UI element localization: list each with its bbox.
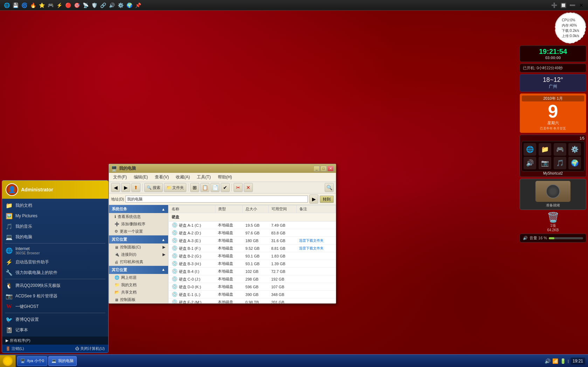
folders-btn[interactable]: 📁 文件夹 bbox=[164, 183, 186, 192]
top-right-icon-1[interactable]: ➕ bbox=[550, 1, 558, 9]
more-places-header[interactable]: 其它位置 ▲ bbox=[109, 266, 168, 274]
sidebar-control-panel2[interactable]: 🖥 控制面板 bbox=[109, 296, 168, 303]
table-row[interactable]: 💿硬盘 B-2 (G:) 本地磁盘 93.1 GB 1.83 GB bbox=[169, 252, 336, 260]
menu-help[interactable]: 帮助(H) bbox=[216, 174, 234, 181]
shutdown-btn[interactable]: ⏻ 关闭计算机(U) bbox=[75, 346, 105, 351]
menu-item-saibo[interactable]: 🐦 赛博QQ设置 bbox=[2, 314, 108, 325]
top-icon-12[interactable]: 🔗 bbox=[99, 1, 107, 9]
table-row[interactable]: 💿硬盘 B-1 (F:) 本地磁盘 9.52 GB 8.81 GB 迅雷下载文件… bbox=[169, 245, 336, 252]
top-icon-16[interactable]: 📌 bbox=[134, 1, 142, 9]
top-icon-6[interactable]: 🎮 bbox=[47, 1, 54, 9]
menu-item-mydocs[interactable]: 📁 我的文档 bbox=[2, 200, 108, 211]
table-row[interactable]: 💿硬盘 D-0 (K:) 本地磁盘 596 GB 107 GB bbox=[169, 283, 336, 291]
shortcut-8[interactable]: 🌍 bbox=[568, 157, 581, 169]
go-button[interactable]: 转到 bbox=[320, 196, 334, 203]
shortcut-2[interactable]: 📁 bbox=[539, 143, 551, 156]
top-icon-2[interactable]: 💾 bbox=[12, 1, 19, 9]
address-arrow-btn[interactable]: ▶ bbox=[309, 195, 318, 204]
taskbar-item-mycomputer[interactable]: 💻 我的电脑 bbox=[48, 356, 77, 366]
explorer-minimize-btn[interactable]: _ bbox=[313, 166, 320, 171]
top-icon-10[interactable]: 📡 bbox=[82, 1, 89, 9]
explorer-maximize-btn[interactable]: □ bbox=[320, 166, 327, 171]
col-name[interactable]: 名称 bbox=[169, 205, 215, 213]
address-input[interactable] bbox=[125, 196, 308, 203]
top-icon-13[interactable]: 🔊 bbox=[108, 1, 116, 9]
shortcut-4[interactable]: ⚙️ bbox=[568, 143, 581, 156]
table-row[interactable]: 💿硬盘 B-4 (I:) 本地磁盘 102 GB 72.7 GB bbox=[169, 268, 336, 275]
menu-item-uninstall[interactable]: 🔧 强力卸载电脑上的软件 bbox=[2, 267, 108, 278]
menu-tools[interactable]: 工具(T) bbox=[195, 174, 212, 181]
forward-btn[interactable]: ▶ bbox=[121, 183, 130, 192]
logoff-btn[interactable]: 🚪 注销(L) bbox=[6, 346, 24, 351]
delete-btn[interactable]: ✕ bbox=[244, 183, 253, 192]
explorer-close-btn[interactable]: ✕ bbox=[327, 166, 334, 171]
top-icon-14[interactable]: ⚙️ bbox=[117, 1, 124, 9]
sidebar-connect-to[interactable]: 🔌 连接到(I) ▶ bbox=[109, 251, 168, 258]
view-btn[interactable]: ⊞ bbox=[190, 183, 199, 192]
shortcut-5[interactable]: 🔊 bbox=[524, 157, 536, 169]
top-icon-9[interactable]: 🎯 bbox=[73, 1, 81, 9]
menu-favorites[interactable]: 收藏(A) bbox=[174, 174, 191, 181]
check-btn[interactable]: ✔ bbox=[221, 183, 230, 192]
sidebar-add-remove[interactable]: ➕ 添加/删除程序 bbox=[109, 220, 168, 228]
shortcut-6[interactable]: 📷 bbox=[539, 157, 551, 169]
top-icon-11[interactable]: 🛡️ bbox=[90, 1, 98, 9]
tray-icon-3[interactable]: 🔋 bbox=[560, 358, 566, 364]
shortcut-1[interactable]: 🌐 bbox=[524, 143, 536, 156]
sidebar-shared-docs[interactable]: 📂 共享文档 bbox=[109, 289, 168, 296]
col-type[interactable]: 类型 bbox=[215, 205, 242, 213]
search-btn[interactable]: 🔍 搜索 bbox=[144, 183, 163, 192]
menu-edit[interactable]: 编辑(E) bbox=[132, 174, 149, 181]
top-right-icon-3[interactable]: ➖ bbox=[568, 1, 576, 9]
top-icon-3[interactable]: 🌀 bbox=[20, 1, 28, 9]
col-total[interactable]: 总大小 bbox=[243, 205, 269, 213]
table-row[interactable]: 💿硬盘 C-0 (J:) 本地磁盘 298 GB 192 GB bbox=[169, 275, 336, 283]
menu-view[interactable]: 查看(V) bbox=[153, 174, 170, 181]
menu-item-acdsee[interactable]: 📷 ACDSee 9 相片管理器 bbox=[2, 291, 108, 301]
menu-item-xunlei[interactable]: ⚡ 启动迅雷软件助手 bbox=[2, 257, 108, 267]
search-icon-right[interactable]: 🔍 bbox=[325, 183, 334, 192]
all-programs-btn[interactable]: ▶ 所有程序(P) bbox=[6, 338, 30, 343]
copy-btn[interactable]: 📋 bbox=[200, 183, 209, 192]
start-button[interactable] bbox=[0, 355, 16, 367]
top-icon-5[interactable]: ⭐ bbox=[38, 1, 46, 9]
table-row[interactable]: 💿硬盘 A-3 (E:) 本地磁盘 180 GB 31.6 GB 迅雷下载文件夹 bbox=[169, 237, 336, 245]
tray-icon-1[interactable]: 🔊 bbox=[545, 358, 551, 364]
table-row[interactable]: 💿硬盘 E-2 (M:) 本地磁盘 0.98 TB 201 GB bbox=[169, 298, 336, 304]
menu-item-mymusic[interactable]: 🎵 我的音乐 bbox=[2, 221, 108, 232]
other-places-header[interactable]: 其它位置 ▲ bbox=[109, 235, 168, 244]
tray-icon-2[interactable]: 📶 bbox=[552, 358, 558, 364]
sidebar-my-docs[interactable]: 📁 我的文档 bbox=[109, 281, 168, 289]
cut-btn[interactable]: ✂ bbox=[234, 183, 243, 192]
col-note[interactable]: 备注 bbox=[296, 205, 335, 213]
sidebar-network[interactable]: 🌐 网上邻居 bbox=[109, 274, 168, 281]
table-row[interactable]: 💿硬盘 A-1 (C:) 本地磁盘 19.5 GB 7.49 GB bbox=[169, 221, 336, 229]
shortcut-7[interactable]: 🎵 bbox=[554, 157, 566, 169]
menu-item-mycomputer[interactable]: 💻 我的电脑 bbox=[2, 232, 108, 242]
menu-item-mypictures[interactable]: 🖼️ My Pictures bbox=[2, 211, 108, 221]
shortcut-3[interactable]: 🎮 bbox=[554, 143, 566, 156]
menu-file[interactable]: 文件(F) bbox=[112, 174, 128, 181]
col-free[interactable]: 可用空间 bbox=[268, 205, 296, 213]
sidebar-control-panel[interactable]: 🖥 控制面板(C) ▶ bbox=[109, 244, 168, 251]
menu-item-ghost[interactable]: W 一键GHOST bbox=[2, 301, 108, 312]
top-icon-1[interactable]: 🌐 bbox=[3, 1, 11, 9]
table-row[interactable]: 💿硬盘 B-3 (H:) 本地磁盘 93.1 GB 1.39 GB bbox=[169, 260, 336, 268]
sidebar-view-system-info[interactable]: ℹ 查看系统信息 bbox=[109, 213, 168, 220]
menu-item-internet[interactable]: 🌐 Internet 360SE Browser bbox=[2, 245, 108, 257]
paste-btn[interactable]: 📄 bbox=[210, 183, 220, 192]
widget-trash[interactable]: 🗑️ 1项 64.2KB bbox=[520, 212, 586, 232]
top-right-icon-close[interactable]: ✕ bbox=[577, 1, 585, 9]
top-icon-7[interactable]: ⚡ bbox=[55, 1, 63, 9]
taskbar-item-tya[interactable]: 🖥️ /tya 小个0 bbox=[17, 356, 47, 366]
sidebar-change-setting[interactable]: ⚙ 更改一个设置 bbox=[109, 228, 168, 235]
top-icon-4[interactable]: 🔥 bbox=[29, 1, 37, 9]
sidebar-printers[interactable]: 🖨 打印机和传真 bbox=[109, 258, 168, 266]
top-icon-15[interactable]: 🌍 bbox=[125, 1, 133, 9]
menu-item-qq[interactable]: 🐧 腾讯QQ2009快乐无极版 bbox=[2, 280, 108, 291]
up-btn[interactable]: ⬆ bbox=[131, 183, 140, 192]
system-tasks-header[interactable]: 系统任务 ▲ bbox=[109, 205, 168, 213]
table-row[interactable]: 💿硬盘 E-1 (L:) 本地磁盘 390 GB 348 GB bbox=[169, 291, 336, 298]
top-right-icon-2[interactable]: 🔲 bbox=[559, 1, 567, 9]
top-icon-8[interactable]: 🔴 bbox=[64, 1, 72, 9]
